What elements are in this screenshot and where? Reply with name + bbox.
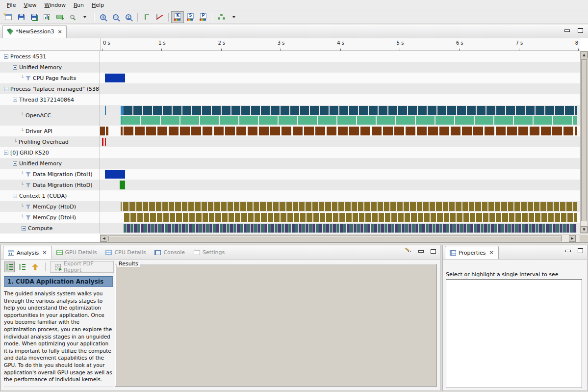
row-track-compute[interactable] bbox=[100, 223, 580, 234]
row-track-memcpy-htod[interactable] bbox=[100, 201, 580, 212]
interval-bar[interactable] bbox=[124, 224, 578, 233]
tab-analysis[interactable]: Analysis× bbox=[3, 246, 52, 259]
row-label-process-4531[interactable]: Process 4531 bbox=[0, 51, 100, 62]
menu-view[interactable]: View bbox=[20, 1, 40, 9]
minimize-icon[interactable] bbox=[418, 250, 424, 253]
mark-clear-button[interactable] bbox=[153, 11, 166, 23]
row-track-process-laplace-managed[interactable] bbox=[100, 83, 580, 94]
row-track-memcpy-dtoh[interactable] bbox=[100, 212, 580, 223]
interval-bar[interactable] bbox=[124, 127, 578, 135]
close-icon[interactable]: × bbox=[488, 250, 494, 255]
interval-bar[interactable] bbox=[106, 127, 108, 135]
collapse-icon[interactable] bbox=[4, 54, 8, 59]
interval-bar[interactable] bbox=[105, 138, 106, 146]
menu-window[interactable]: Window bbox=[41, 1, 70, 9]
colorize-process-button[interactable] bbox=[197, 11, 209, 23]
inspect-button[interactable] bbox=[66, 11, 78, 23]
scroll-right-icon[interactable]: ▶ bbox=[569, 235, 576, 242]
row-track-cpu-page-faults[interactable] bbox=[100, 73, 580, 83]
collapse-icon[interactable] bbox=[13, 65, 17, 70]
close-icon[interactable]: × bbox=[56, 29, 62, 34]
row-label-unified-memory-host[interactable]: Unified Memory bbox=[0, 62, 100, 73]
tab-gpu-details[interactable]: GPU Details bbox=[52, 246, 102, 259]
new-session-button[interactable] bbox=[2, 11, 15, 23]
collapse-icon[interactable] bbox=[13, 98, 17, 102]
menu-file[interactable]: File bbox=[3, 1, 20, 9]
save-all-button[interactable] bbox=[27, 11, 40, 23]
zoom-reset-button[interactable] bbox=[122, 11, 135, 23]
row-label-grid-k520[interactable]: [0] GRID K520 bbox=[0, 147, 100, 158]
menu-help[interactable]: Help bbox=[88, 1, 108, 9]
save-button[interactable] bbox=[15, 11, 27, 23]
tab-properties[interactable]: Properties × bbox=[445, 246, 499, 259]
collapse-icon[interactable] bbox=[13, 161, 17, 166]
menu-run[interactable]: Run bbox=[70, 1, 88, 9]
dropdown-caret[interactable] bbox=[78, 11, 91, 23]
interval-bar[interactable] bbox=[102, 138, 103, 146]
row-track-openacc[interactable] bbox=[100, 105, 580, 126]
maximize-icon[interactable] bbox=[578, 248, 583, 253]
mark-start-button[interactable] bbox=[140, 11, 153, 23]
horizontal-scrollbar[interactable]: ◀ ▶ bbox=[100, 235, 580, 242]
row-label-profiling-overhead[interactable]: └Profiling Overhead bbox=[0, 136, 100, 147]
row-label-cpu-page-faults[interactable]: └CPU Page Faults bbox=[0, 73, 100, 83]
unguided-analysis-button[interactable] bbox=[17, 261, 27, 272]
maximize-icon[interactable] bbox=[431, 249, 436, 254]
row-label-memcpy-dtoh[interactable]: └MemCpy (DtoH) bbox=[0, 212, 100, 223]
call-graph-button[interactable] bbox=[215, 11, 228, 23]
tab-settings[interactable]: Settings bbox=[189, 246, 229, 259]
row-track-process-4531[interactable] bbox=[100, 51, 580, 62]
timeline-chart-button[interactable] bbox=[40, 11, 53, 23]
scroll-left-icon[interactable]: ◀ bbox=[101, 235, 107, 242]
collapse-icon[interactable] bbox=[4, 151, 8, 155]
zoom-out-button[interactable] bbox=[109, 11, 122, 23]
filter-icon[interactable] bbox=[26, 215, 31, 220]
tab-console[interactable]: Console bbox=[150, 246, 189, 259]
row-track-context-1-cuda[interactable] bbox=[100, 190, 580, 201]
interval-bar[interactable] bbox=[121, 127, 123, 135]
colorize-kernel-button[interactable] bbox=[171, 11, 184, 23]
row-track-thread-3172140864[interactable] bbox=[100, 94, 580, 105]
row-track-profiling-overhead[interactable] bbox=[100, 136, 580, 147]
dropdown-caret[interactable] bbox=[228, 11, 240, 23]
interval-bar[interactable] bbox=[123, 202, 577, 211]
horizontal-scroll-thumb[interactable] bbox=[108, 235, 562, 241]
scroll-up-icon[interactable]: ▲ bbox=[581, 52, 588, 58]
collapse-icon[interactable] bbox=[22, 226, 26, 231]
interval-bar[interactable] bbox=[121, 202, 122, 211]
row-label-memcpy-htod[interactable]: └MemCpy (HtoD) bbox=[0, 201, 100, 212]
guided-analysis-button[interactable] bbox=[4, 261, 15, 272]
row-label-unified-memory-gpu[interactable]: Unified Memory bbox=[0, 158, 100, 169]
row-label-driver-api[interactable]: └Driver API bbox=[0, 126, 100, 136]
interval-bar[interactable] bbox=[105, 74, 125, 82]
row-label-openacc[interactable]: └OpenACC bbox=[0, 105, 100, 126]
minimize-icon[interactable] bbox=[564, 29, 570, 32]
minimize-icon[interactable] bbox=[565, 250, 571, 252]
collapse-icon[interactable] bbox=[4, 87, 8, 91]
row-label-data-migration-dtoh[interactable]: └Data Migration (DtoH) bbox=[0, 169, 100, 180]
interval-bar[interactable] bbox=[105, 106, 106, 115]
interval-bar[interactable] bbox=[120, 181, 125, 189]
scroll-down-icon[interactable]: ▼ bbox=[581, 226, 588, 233]
vertical-scroll-thumb[interactable] bbox=[581, 59, 587, 221]
row-label-data-migration-htod[interactable]: └Data Migration (HtoD) bbox=[0, 180, 100, 190]
row-track-unified-memory-gpu[interactable] bbox=[100, 158, 580, 169]
export-pdf-button[interactable]: Export PDF Report bbox=[50, 261, 114, 273]
zoom-in-button[interactable] bbox=[97, 11, 109, 23]
row-label-context-1-cuda[interactable]: Context 1 (CUDA) bbox=[0, 190, 100, 201]
row-track-unified-memory-host[interactable] bbox=[100, 62, 580, 73]
interval-bar[interactable] bbox=[124, 213, 577, 222]
run-app-button[interactable] bbox=[53, 11, 66, 23]
row-label-thread-3172140864[interactable]: Thread 3172140864 bbox=[0, 94, 100, 105]
row-track-driver-api[interactable] bbox=[100, 126, 580, 136]
tab-cpu-details[interactable]: CPU Details bbox=[101, 246, 150, 259]
colorize-stream-button[interactable] bbox=[184, 11, 197, 23]
row-label-process-laplace-managed[interactable]: Process "laplace_managed" (538) bbox=[0, 83, 100, 94]
interval-bar[interactable] bbox=[100, 127, 105, 135]
filter-icon[interactable] bbox=[26, 183, 31, 187]
filter-icon[interactable] bbox=[26, 76, 31, 80]
filter-icon[interactable] bbox=[26, 172, 31, 177]
filter-icon[interactable] bbox=[26, 205, 31, 209]
vertical-scrollbar[interactable]: ▲ ▼ bbox=[580, 51, 588, 234]
interval-bar[interactable] bbox=[124, 106, 578, 115]
